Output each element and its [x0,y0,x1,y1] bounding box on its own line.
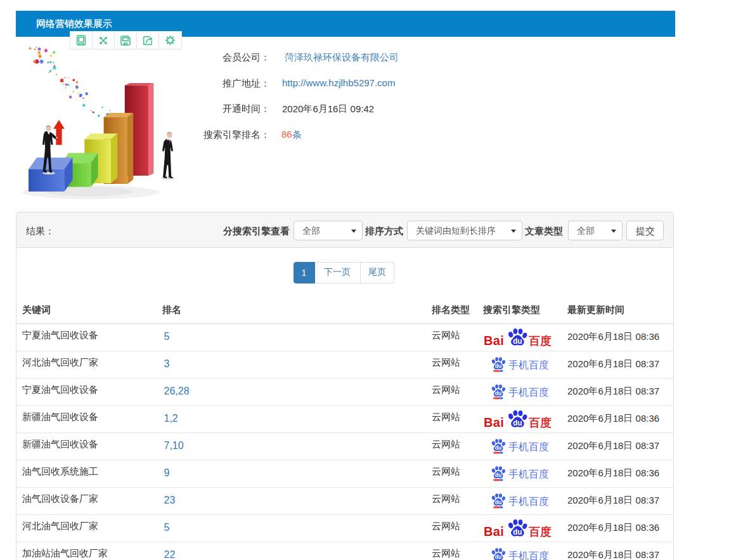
svg-text:Bai: Bai [484,415,504,429]
svg-text:Bai: Bai [484,334,504,347]
svg-text:du: du [494,363,501,369]
svg-text:du: du [494,499,501,505]
svg-text:du: du [512,337,522,346]
svg-text:du: du [494,472,501,478]
svg-text:du: du [494,445,501,451]
svg-text:du: du [512,419,522,427]
svg-text:du: du [512,528,522,537]
svg-text:du: du [494,554,501,560]
svg-text:du: du [494,390,501,396]
svg-text:Bai: Bai [484,524,504,538]
